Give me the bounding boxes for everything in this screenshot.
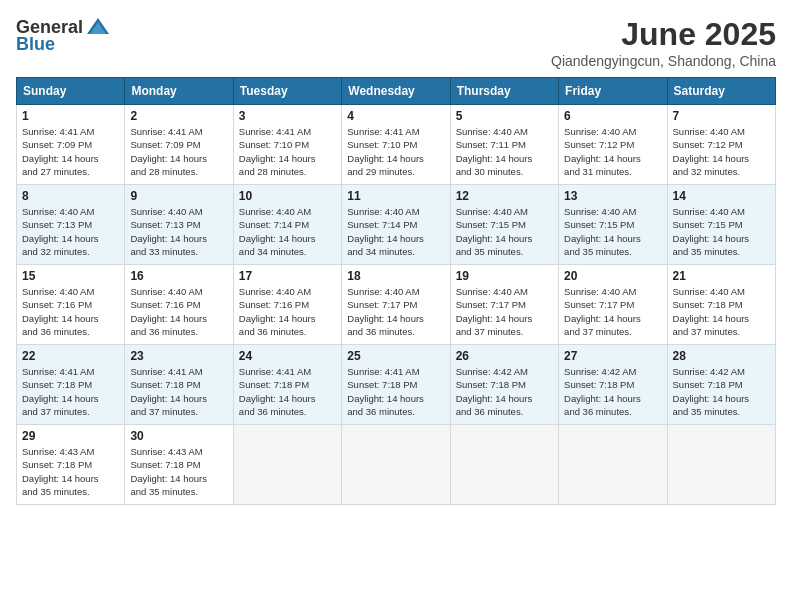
calendar-cell: 2Sunrise: 4:41 AMSunset: 7:09 PMDaylight… xyxy=(125,105,233,185)
day-number: 24 xyxy=(239,349,336,363)
daylight-text: Daylight: 14 hours xyxy=(564,233,641,244)
sunrise-text: Sunrise: 4:40 AM xyxy=(239,206,311,217)
sunrise-text: Sunrise: 4:41 AM xyxy=(130,366,202,377)
day-number: 22 xyxy=(22,349,119,363)
calendar-cell: 20Sunrise: 4:40 AMSunset: 7:17 PMDayligh… xyxy=(559,265,667,345)
calendar-cell xyxy=(450,425,558,505)
daylight-minutes-text: and 29 minutes. xyxy=(347,166,415,177)
sunrise-text: Sunrise: 4:40 AM xyxy=(456,126,528,137)
day-header-monday: Monday xyxy=(125,78,233,105)
day-number: 28 xyxy=(673,349,770,363)
sunrise-text: Sunrise: 4:40 AM xyxy=(22,286,94,297)
sunset-text: Sunset: 7:10 PM xyxy=(347,139,417,150)
calendar-cell: 25Sunrise: 4:41 AMSunset: 7:18 PMDayligh… xyxy=(342,345,450,425)
sunset-text: Sunset: 7:16 PM xyxy=(239,299,309,310)
day-number: 15 xyxy=(22,269,119,283)
calendar-cell: 3Sunrise: 4:41 AMSunset: 7:10 PMDaylight… xyxy=(233,105,341,185)
month-title: June 2025 xyxy=(551,16,776,53)
day-header-saturday: Saturday xyxy=(667,78,775,105)
daylight-text: Daylight: 14 hours xyxy=(130,233,207,244)
day-number: 11 xyxy=(347,189,444,203)
calendar-cell: 1Sunrise: 4:41 AMSunset: 7:09 PMDaylight… xyxy=(17,105,125,185)
day-info: Sunrise: 4:41 AMSunset: 7:18 PMDaylight:… xyxy=(239,365,336,418)
sunset-text: Sunset: 7:15 PM xyxy=(673,219,743,230)
day-number: 7 xyxy=(673,109,770,123)
daylight-text: Daylight: 14 hours xyxy=(673,233,750,244)
sunrise-text: Sunrise: 4:42 AM xyxy=(456,366,528,377)
sunrise-text: Sunrise: 4:41 AM xyxy=(347,126,419,137)
daylight-text: Daylight: 14 hours xyxy=(239,153,316,164)
calendar-cell: 10Sunrise: 4:40 AMSunset: 7:14 PMDayligh… xyxy=(233,185,341,265)
sunrise-text: Sunrise: 4:40 AM xyxy=(564,206,636,217)
calendar-cell: 30Sunrise: 4:43 AMSunset: 7:18 PMDayligh… xyxy=(125,425,233,505)
calendar-cell: 23Sunrise: 4:41 AMSunset: 7:18 PMDayligh… xyxy=(125,345,233,425)
calendar-cell: 16Sunrise: 4:40 AMSunset: 7:16 PMDayligh… xyxy=(125,265,233,345)
day-info: Sunrise: 4:40 AMSunset: 7:14 PMDaylight:… xyxy=(239,205,336,258)
daylight-text: Daylight: 14 hours xyxy=(347,153,424,164)
daylight-minutes-text: and 35 minutes. xyxy=(673,406,741,417)
sunset-text: Sunset: 7:18 PM xyxy=(564,379,634,390)
day-number: 30 xyxy=(130,429,227,443)
daylight-text: Daylight: 14 hours xyxy=(22,313,99,324)
day-number: 21 xyxy=(673,269,770,283)
calendar-cell: 21Sunrise: 4:40 AMSunset: 7:18 PMDayligh… xyxy=(667,265,775,345)
sunset-text: Sunset: 7:09 PM xyxy=(130,139,200,150)
day-info: Sunrise: 4:40 AMSunset: 7:17 PMDaylight:… xyxy=(347,285,444,338)
day-number: 27 xyxy=(564,349,661,363)
logo-blue-text: Blue xyxy=(16,34,55,55)
sunset-text: Sunset: 7:15 PM xyxy=(564,219,634,230)
day-number: 20 xyxy=(564,269,661,283)
daylight-text: Daylight: 14 hours xyxy=(347,233,424,244)
daylight-text: Daylight: 14 hours xyxy=(673,153,750,164)
daylight-text: Daylight: 14 hours xyxy=(130,473,207,484)
sunset-text: Sunset: 7:18 PM xyxy=(22,379,92,390)
sunrise-text: Sunrise: 4:40 AM xyxy=(673,126,745,137)
day-info: Sunrise: 4:41 AMSunset: 7:10 PMDaylight:… xyxy=(347,125,444,178)
daylight-minutes-text: and 37 minutes. xyxy=(456,326,524,337)
day-info: Sunrise: 4:40 AMSunset: 7:15 PMDaylight:… xyxy=(456,205,553,258)
sunset-text: Sunset: 7:18 PM xyxy=(673,379,743,390)
daylight-text: Daylight: 14 hours xyxy=(564,313,641,324)
calendar-cell: 27Sunrise: 4:42 AMSunset: 7:18 PMDayligh… xyxy=(559,345,667,425)
sunset-text: Sunset: 7:17 PM xyxy=(347,299,417,310)
calendar-cell: 29Sunrise: 4:43 AMSunset: 7:18 PMDayligh… xyxy=(17,425,125,505)
day-info: Sunrise: 4:40 AMSunset: 7:12 PMDaylight:… xyxy=(673,125,770,178)
calendar-cell: 14Sunrise: 4:40 AMSunset: 7:15 PMDayligh… xyxy=(667,185,775,265)
header: General Blue June 2025 Qiandengyingcun, … xyxy=(16,16,776,69)
day-info: Sunrise: 4:41 AMSunset: 7:18 PMDaylight:… xyxy=(347,365,444,418)
sunset-text: Sunset: 7:14 PM xyxy=(347,219,417,230)
sunrise-text: Sunrise: 4:40 AM xyxy=(22,206,94,217)
calendar-cell xyxy=(342,425,450,505)
daylight-text: Daylight: 14 hours xyxy=(673,313,750,324)
daylight-minutes-text: and 30 minutes. xyxy=(456,166,524,177)
daylight-text: Daylight: 14 hours xyxy=(130,153,207,164)
daylight-minutes-text: and 37 minutes. xyxy=(673,326,741,337)
day-header-thursday: Thursday xyxy=(450,78,558,105)
daylight-minutes-text: and 37 minutes. xyxy=(130,406,198,417)
daylight-minutes-text: and 36 minutes. xyxy=(347,406,415,417)
day-number: 13 xyxy=(564,189,661,203)
daylight-text: Daylight: 14 hours xyxy=(564,393,641,404)
calendar-cell xyxy=(233,425,341,505)
daylight-minutes-text: and 35 minutes. xyxy=(564,246,632,257)
daylight-text: Daylight: 14 hours xyxy=(130,393,207,404)
daylight-minutes-text: and 36 minutes. xyxy=(239,326,307,337)
sunrise-text: Sunrise: 4:41 AM xyxy=(239,126,311,137)
sunrise-text: Sunrise: 4:41 AM xyxy=(22,366,94,377)
day-info: Sunrise: 4:40 AMSunset: 7:16 PMDaylight:… xyxy=(22,285,119,338)
daylight-minutes-text: and 36 minutes. xyxy=(456,406,524,417)
daylight-minutes-text: and 35 minutes. xyxy=(673,246,741,257)
daylight-text: Daylight: 14 hours xyxy=(347,313,424,324)
day-number: 1 xyxy=(22,109,119,123)
sunrise-text: Sunrise: 4:41 AM xyxy=(239,366,311,377)
calendar-cell: 8Sunrise: 4:40 AMSunset: 7:13 PMDaylight… xyxy=(17,185,125,265)
daylight-text: Daylight: 14 hours xyxy=(456,313,533,324)
daylight-minutes-text: and 36 minutes. xyxy=(130,326,198,337)
sunrise-text: Sunrise: 4:40 AM xyxy=(673,286,745,297)
daylight-minutes-text: and 31 minutes. xyxy=(564,166,632,177)
calendar-cell: 15Sunrise: 4:40 AMSunset: 7:16 PMDayligh… xyxy=(17,265,125,345)
daylight-text: Daylight: 14 hours xyxy=(130,313,207,324)
sunset-text: Sunset: 7:16 PM xyxy=(22,299,92,310)
daylight-minutes-text: and 34 minutes. xyxy=(239,246,307,257)
sunset-text: Sunset: 7:14 PM xyxy=(239,219,309,230)
